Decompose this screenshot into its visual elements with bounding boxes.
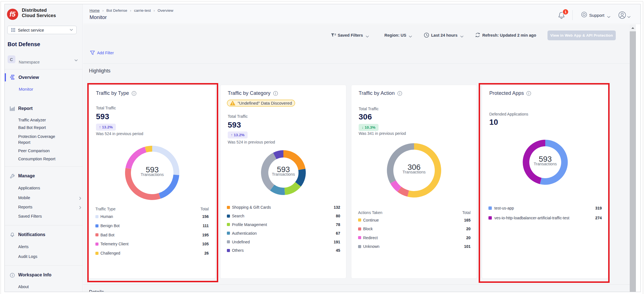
svg-text:Transactions: Transactions [272,172,295,177]
svg-text:f5: f5 [10,10,16,18]
svg-text:Transactions: Transactions [403,170,426,174]
